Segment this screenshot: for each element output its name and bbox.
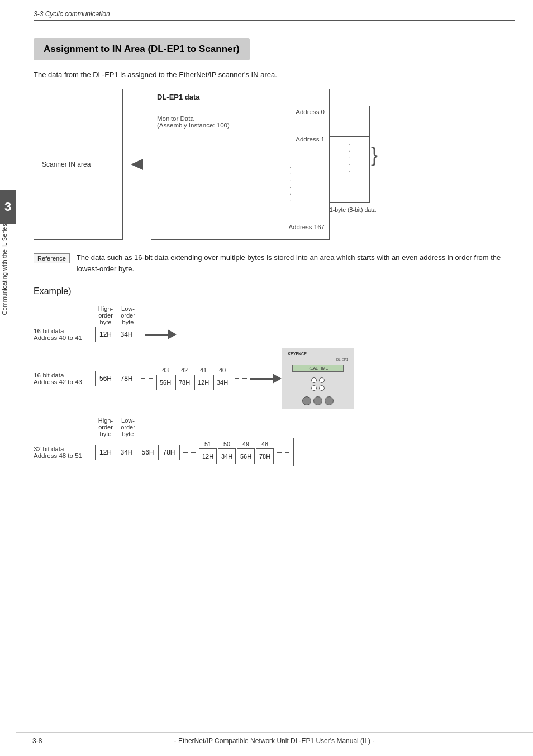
- row2-dashes-right: [234, 378, 248, 379]
- btn-1: [302, 396, 311, 405]
- example-heading: Example): [34, 286, 515, 296]
- row3-dashes-left: [182, 452, 197, 453]
- chip-48: 48 78H: [256, 441, 274, 464]
- row3-cell-0: 12H: [95, 445, 116, 460]
- arrow-line-1: [145, 334, 168, 336]
- chip-41: 41 12H: [194, 367, 212, 390]
- data-column: ..... } 1-byte (8-bit) data: [330, 89, 402, 240]
- addr-1: Address 1: [252, 136, 329, 143]
- scanner-label: Scanner IN area: [42, 160, 91, 168]
- col-header-row-2: High-order byte Low-order byte: [34, 417, 515, 437]
- col-low-label-2: Low-order byte: [117, 417, 139, 437]
- chip-val-48: 78H: [256, 448, 274, 464]
- reference-text: The data such as 16-bit data extending o…: [77, 252, 515, 274]
- footer-text: - EtherNet/IP Compatible Network Unit DL…: [174, 737, 375, 745]
- chip-val-43: 56H: [156, 375, 174, 390]
- row3-cell-1: 34H: [116, 445, 137, 460]
- row3-dashes-right: [276, 452, 291, 453]
- main-content: 3-3 Cyclic communication Assignment to I…: [16, 0, 533, 497]
- chip-val-42: 78H: [175, 375, 193, 390]
- row2-chips: 43 56H 42 78H 41 12H 40 34H: [156, 367, 231, 390]
- row3-label: 32-bit data Address 48 to 51: [34, 446, 95, 459]
- row2-dashes-left: [140, 378, 154, 379]
- ex-section-16bit: High-order byte Low-order byte 16-bit da…: [34, 305, 515, 409]
- section-header: 3-3 Cyclic communication: [34, 10, 515, 21]
- row3-cell-3: 78H: [159, 445, 180, 460]
- row1-cell-1: 34H: [116, 327, 137, 342]
- reference-block: Reference The data such as 16-bit data e…: [34, 252, 515, 274]
- data-block-mid: .....: [330, 137, 370, 187]
- data-row-1: 16-bit data Address 40 to 41 12H 34H: [34, 327, 515, 342]
- row1-arrow-container: [145, 329, 177, 339]
- data-block-1: [330, 121, 370, 137]
- device-model: DL-EP1: [336, 358, 348, 361]
- footer: 3-8 - EtherNet/IP Compatible Network Uni…: [16, 732, 533, 745]
- reference-badge: Reference: [34, 253, 70, 263]
- row1-cells: 12H 34H: [95, 327, 137, 342]
- btn-3: [325, 396, 334, 405]
- example-diagram: High-order byte Low-order byte 16-bit da…: [34, 305, 515, 466]
- row3-cells: 12H 34H 56H 78H: [95, 445, 180, 460]
- chip-40: 40 34H: [213, 367, 231, 390]
- data-row-3: 32-bit data Address 48 to 51 12H 34H 56H…: [34, 438, 515, 466]
- led-1: [311, 377, 317, 383]
- chip-val-51: 12H: [199, 448, 217, 464]
- device-leds: [311, 377, 325, 391]
- chip-val-49: 56H: [237, 448, 255, 464]
- arrow-shape: [131, 159, 143, 170]
- monitor-data-label: Monitor Data (Assembly Instance: 100): [157, 115, 246, 129]
- row3-chips: 51 12H 50 34H 49 56H 48 78H: [199, 441, 274, 464]
- chapter-number: 3: [0, 190, 16, 224]
- data-row-2: 16-bit data Address 42 to 43 56H 78H 43 …: [34, 348, 515, 409]
- row1-label: 16-bit data Address 40 to 41: [34, 328, 95, 341]
- data-block-167: [330, 187, 370, 203]
- data-block-0: [330, 106, 370, 121]
- chip-42: 42 78H: [175, 367, 193, 390]
- dlep1-labels: Monitor Data (Assembly Instance: 100): [151, 105, 252, 234]
- chip-val-40: 34H: [213, 375, 231, 390]
- row3-cell-2: 56H: [137, 445, 159, 460]
- chip-val-41: 12H: [194, 375, 212, 390]
- col-low-label: Low-order byte: [117, 305, 139, 325]
- main-diagram: Scanner IN area DL-EP1 data Monitor Data…: [34, 89, 515, 240]
- chapter-text: Communicating with the IL Series: [1, 224, 15, 315]
- chip-49: 49 56H: [237, 441, 255, 464]
- scanner-box: Scanner IN area: [34, 89, 123, 240]
- chip-43: 43 56H: [156, 367, 174, 390]
- led-4: [319, 385, 325, 391]
- chip-51: 51 12H: [199, 441, 217, 464]
- row2-arrow-container: [250, 374, 282, 384]
- brace-symbol: }: [371, 106, 378, 204]
- device-logo: KEYENCE: [288, 352, 307, 356]
- arrow-head-2: [273, 374, 282, 384]
- dlep1-content: Monitor Data (Assembly Instance: 100) Ad…: [151, 105, 329, 234]
- row2-cell-1: 78H: [116, 371, 137, 386]
- btn-2: [313, 396, 322, 405]
- addr-dots: ......: [252, 163, 329, 203]
- intro-text: The data from the DL-EP1 is assigned to …: [34, 70, 515, 79]
- device-box: KEYENCE DL-EP1 REAL TIME: [282, 348, 354, 409]
- arrow-to-scanner: [123, 159, 151, 170]
- arrow-head-1: [168, 329, 177, 339]
- device-buttons: [302, 396, 334, 405]
- dlep1-box: DL-EP1 data Monitor Data (Assembly Insta…: [151, 89, 330, 240]
- page-title: Assignment to IN Area (DL-EP1 to Scanner…: [44, 44, 240, 55]
- vbar-32bit: [293, 438, 294, 466]
- row2-label: 16-bit data Address 42 to 43: [34, 372, 95, 385]
- ex-section-32bit: High-order byte Low-order byte 32-bit da…: [34, 417, 515, 466]
- row2-cell-0: 56H: [95, 371, 116, 386]
- col-high-label: High-order byte: [95, 305, 116, 325]
- byte-label: 1-byte (8-bit) data: [330, 206, 376, 213]
- title-box: Assignment to IN Area (DL-EP1 to Scanner…: [34, 38, 250, 60]
- col-high-label-2: High-order byte: [95, 417, 116, 437]
- dlep1-title: DL-EP1 data: [151, 89, 329, 105]
- addr-0: Address 0: [252, 108, 329, 115]
- led-3: [311, 385, 317, 391]
- footer-page: 3-8: [32, 737, 42, 745]
- row1-cell-0: 12H: [95, 327, 116, 342]
- chip-val-50: 34H: [218, 448, 236, 464]
- device-display: REAL TIME: [292, 365, 344, 372]
- chip-50: 50 34H: [218, 441, 236, 464]
- addr-167: Address 167: [252, 224, 329, 230]
- col-header-row-1: High-order byte Low-order byte: [34, 305, 515, 325]
